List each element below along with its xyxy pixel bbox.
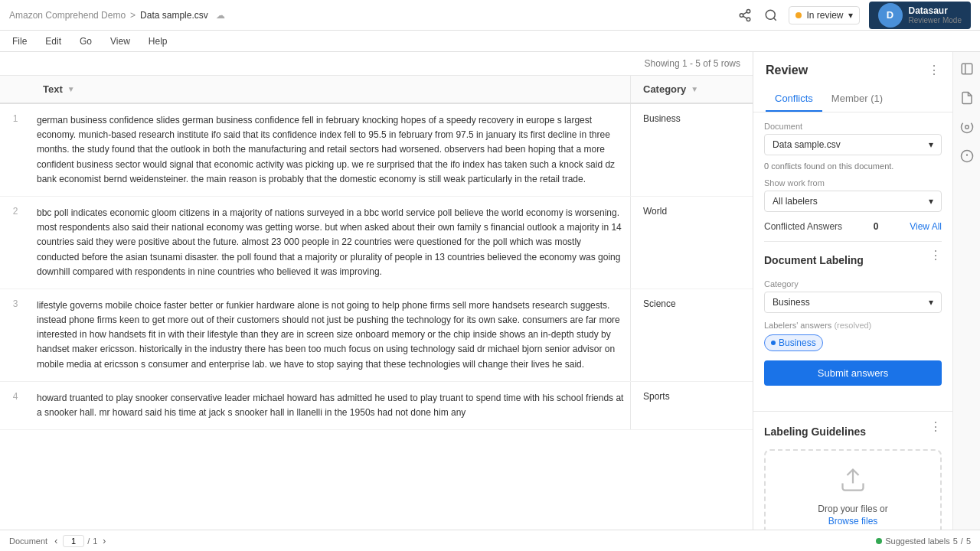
- review-header: Review ⋮ Conflicts Member (1): [753, 52, 952, 112]
- status-badge[interactable]: In review ▾: [789, 6, 859, 24]
- share-icon[interactable]: [737, 7, 753, 24]
- drop-text: Drop your files or: [781, 504, 925, 514]
- vert-icon-2[interactable]: [958, 89, 976, 107]
- conflicted-answers-row: Conflicted Answers 0 View All: [764, 221, 942, 232]
- doc-labeling-more-icon[interactable]: ⋮: [929, 248, 942, 262]
- menu-view[interactable]: View: [107, 33, 133, 50]
- svg-point-2: [747, 18, 751, 21]
- document-label: Document: [764, 122, 942, 131]
- resolved-text: (resolved): [834, 321, 871, 330]
- page-nav: ‹ / 1 ›: [52, 535, 108, 547]
- answer-badge-dot: [771, 341, 776, 345]
- conflicted-count: 0: [874, 221, 879, 232]
- page-input[interactable]: [63, 535, 84, 547]
- tab-conflicts[interactable]: Conflicts: [766, 86, 822, 112]
- guidelines-more-icon[interactable]: ⋮: [929, 419, 942, 434]
- user-role: Reviewer Mode: [909, 16, 962, 24]
- col-text-sort-icon: ▼: [67, 85, 75, 93]
- answer-badge: Business: [764, 334, 823, 351]
- vert-icons: [952, 52, 980, 551]
- show-work-label: Show work from: [764, 178, 942, 187]
- table-row[interactable]: 4 howard truanted to play snooker conser…: [0, 382, 753, 430]
- prev-page-button[interactable]: ‹: [52, 535, 60, 547]
- divider: [764, 241, 942, 242]
- main-layout: Showing 1 - 5 of 5 rows Text ▼ Category …: [0, 52, 980, 551]
- labelers-value: All labelers: [773, 196, 818, 207]
- doc-labeling-title: Document Labeling: [764, 254, 864, 266]
- view-all-link[interactable]: View All: [910, 221, 942, 232]
- col-text-label: Text: [43, 83, 63, 95]
- breadcrumb: Amazon Comprehend Demo > Data sample.csv…: [9, 10, 730, 21]
- col-category-header[interactable]: Category ▼: [630, 76, 753, 103]
- row-1-num: 1: [0, 104, 31, 196]
- submit-answers-button[interactable]: Submit answers: [764, 360, 942, 386]
- labelers-answers-label: Labelers' answers (resolved): [764, 321, 942, 330]
- showing-text: Showing 1 - 5 of 5 rows: [645, 58, 740, 69]
- menu-file[interactable]: File: [9, 33, 30, 50]
- menu-edit[interactable]: Edit: [42, 33, 64, 50]
- guidelines-title: Labeling Guidelines: [764, 425, 866, 438]
- vert-icon-3[interactable]: [958, 118, 976, 136]
- menu-help[interactable]: Help: [145, 33, 171, 50]
- col-text-header[interactable]: Text ▼: [31, 76, 630, 103]
- row-2-text: bbc poll indicates economic gloom citize…: [31, 197, 630, 289]
- svg-rect-8: [962, 64, 972, 74]
- category-chevron: ▾: [929, 297, 933, 308]
- bottom-bar: Document ‹ / 1 › Suggested labels 5 / 5: [0, 530, 980, 551]
- user-section[interactable]: D Datasaur Reviewer Mode: [869, 2, 971, 29]
- breadcrumb-root[interactable]: Amazon Comprehend Demo: [9, 10, 126, 21]
- conflicts-found-text: 0 conflicts found on this document.: [764, 161, 942, 171]
- browse-files-link[interactable]: Browse files: [828, 516, 878, 527]
- menu-bar: File Edit Go View Help: [0, 31, 980, 52]
- svg-line-6: [774, 18, 776, 20]
- table-row[interactable]: 2 bbc poll indicates economic gloom citi…: [0, 197, 753, 289]
- table-panel: Showing 1 - 5 of 5 rows Text ▼ Category …: [0, 52, 753, 551]
- menu-go[interactable]: Go: [77, 33, 95, 50]
- tab-member[interactable]: Member (1): [822, 86, 892, 112]
- suggested-labels-text: Suggested labels: [885, 536, 949, 546]
- suggested-sep: /: [961, 536, 963, 546]
- document-value: Data sample.csv: [773, 139, 841, 150]
- right-panel: Review ⋮ Conflicts Member (1) Document D…: [753, 52, 952, 551]
- col-header-row: Text ▼ Category ▼: [0, 76, 753, 104]
- doc-select-chevron: ▾: [929, 139, 933, 150]
- status-label: In review: [806, 10, 843, 21]
- bottom-doc: Document ‹ / 1 ›: [9, 535, 108, 547]
- labelers-chevron: ▾: [929, 196, 933, 207]
- row-4-num: 4: [0, 382, 31, 429]
- avatar: D: [878, 3, 903, 28]
- bottom-suggested: Suggested labels 5 / 5: [876, 536, 971, 546]
- svg-point-10: [965, 126, 969, 129]
- svg-point-0: [747, 9, 751, 13]
- col-category-sort-icon: ▼: [691, 85, 698, 93]
- table-row[interactable]: 1 german business confidence slides germ…: [0, 104, 753, 197]
- row-3-text: lifestyle governs mobile choice faster b…: [31, 289, 630, 381]
- vert-icon-4[interactable]: [958, 147, 976, 165]
- vert-icon-1[interactable]: [958, 60, 976, 78]
- row-4-category: Sports: [630, 382, 753, 429]
- category-select[interactable]: Business ▾: [764, 292, 942, 313]
- total-labels: 5: [966, 536, 971, 546]
- guidelines-header: Labeling Guidelines ⋮: [764, 419, 942, 443]
- labelers-select[interactable]: All labelers ▾: [764, 191, 942, 212]
- svg-point-1: [740, 13, 744, 17]
- category-label: Category: [764, 279, 942, 289]
- doc-labeling-header: Document Labeling ⋮: [764, 248, 942, 272]
- next-page-button[interactable]: ›: [100, 535, 108, 547]
- conflicted-answers-label: Conflicted Answers: [764, 221, 842, 232]
- status-chevron: ▾: [848, 10, 853, 21]
- table-container: Text ▼ Category ▼ 1 german business conf…: [0, 76, 753, 430]
- document-select[interactable]: Data sample.csv ▾: [764, 134, 942, 155]
- breadcrumb-file[interactable]: Data sample.csv: [140, 10, 208, 21]
- search-icon[interactable]: [763, 7, 779, 24]
- row-1-text: german business confidence slides german…: [31, 104, 630, 196]
- review-more-icon[interactable]: ⋮: [928, 63, 940, 77]
- row-3-category: Science: [630, 289, 753, 381]
- row-2-num: 2: [0, 197, 31, 289]
- table-showing: Showing 1 - 5 of 5 rows: [0, 52, 753, 76]
- table-row[interactable]: 3 lifestyle governs mobile choice faster…: [0, 289, 753, 382]
- user-info: Datasaur Reviewer Mode: [909, 5, 962, 24]
- upload-icon: [781, 466, 925, 499]
- top-bar: Amazon Comprehend Demo > Data sample.csv…: [0, 0, 980, 31]
- answer-badge-label: Business: [779, 337, 816, 348]
